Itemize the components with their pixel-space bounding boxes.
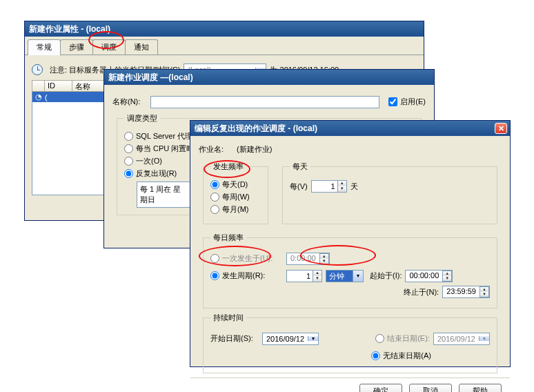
period-input[interactable] <box>286 270 313 282</box>
titlebar-3: 编辑反复出现的作业调度 - (local) ✕ <box>190 121 510 136</box>
opt-monthly[interactable]: 每月(M) <box>210 204 261 215</box>
window-edit-recur: 编辑反复出现的作业调度 - (local) ✕ 作业名: (新建作业) 发生频率… <box>190 120 511 367</box>
period-unit: 分钟 <box>326 271 353 282</box>
enable-checkbox[interactable] <box>388 97 397 106</box>
name-input[interactable] <box>150 96 379 108</box>
duration-group: 持续时间 开始日期(S): 2016/09/12 ▼ 结束日期(E): 2016… <box>203 313 497 373</box>
chevron-up-icon[interactable]: ▲ <box>338 181 346 186</box>
period-unit-combo[interactable]: 分钟 ▼ <box>326 270 364 282</box>
enable-label: 启用(E) <box>400 97 426 107</box>
opt-weekly[interactable]: 每周(W) <box>210 192 261 202</box>
name-label: 名称(N): <box>112 97 147 107</box>
enable-check[interactable]: 启用(E) <box>388 97 426 107</box>
opt-end-date[interactable]: 结束日期(E): <box>375 333 430 344</box>
freq-group: 发生频率 每天(D) 每周(W) 每月(M) <box>203 161 268 224</box>
start-label: 起始于(I): <box>370 271 402 281</box>
end-label: 终止于(N): <box>404 287 439 297</box>
dayfreq-group: 每日频率 一次发生于(U): 0:00:00 ▲▼ 发生周期(R): ▲▼ <box>203 233 497 308</box>
daily-group: 每天 每(V) ▲▼ 天 <box>282 161 497 224</box>
close-icon[interactable]: ✕ <box>495 123 507 134</box>
every-label: 每(V) <box>290 182 308 192</box>
every-input[interactable] <box>311 180 337 193</box>
title-2: 新建作业调度 —(local) <box>108 72 193 84</box>
job-label: 作业名: <box>199 144 233 155</box>
dialog-buttons: 确定 取消 帮助 <box>190 378 510 392</box>
schedule-type-legend: 调度类型 <box>124 113 160 124</box>
tab-schedule[interactable]: 调度 <box>92 39 126 55</box>
freq-legend: 发生频率 <box>210 161 246 172</box>
dur-legend: 持续时间 <box>210 313 246 323</box>
tabstrip: 常规 步骤 调度 通知 <box>25 37 424 55</box>
every-spinner[interactable]: ▲▼ <box>311 180 347 193</box>
help-button[interactable]: 帮助 <box>459 384 502 392</box>
chevron-down-icon: ▼ <box>479 336 489 341</box>
win3-body: 作业名: (新建作业) 发生频率 每天(D) 每周(W) 每月(M) 每天 每(… <box>190 136 510 373</box>
opt-period[interactable]: 发生周期(R): <box>210 271 283 281</box>
start-date[interactable]: 2016/09/12 ▼ <box>262 333 319 345</box>
tab-steps[interactable]: 步骤 <box>60 39 93 55</box>
ok-button[interactable]: 确定 <box>359 384 402 392</box>
row-name: ( <box>45 93 48 101</box>
cancel-button[interactable]: 取消 <box>409 384 452 392</box>
clock-icon <box>32 64 43 75</box>
recur-desc: 每 1 周在 星期日 <box>137 182 192 208</box>
opt-daily[interactable]: 每天(D) <box>210 179 261 190</box>
chevron-down-icon[interactable]: ▼ <box>353 271 363 282</box>
start-time[interactable]: 00:00:00 ▲▼ <box>405 270 453 282</box>
opt-once-at[interactable]: 一次发生于(U): <box>210 253 283 264</box>
every-unit: 天 <box>350 182 358 192</box>
chevron-down-icon[interactable]: ▼ <box>308 336 318 341</box>
chevron-down-icon[interactable]: ▼ <box>338 186 346 192</box>
opt-no-end[interactable]: 无结束日期(A) <box>371 351 431 361</box>
dayfreq-legend: 每日频率 <box>210 233 246 243</box>
tab-general[interactable]: 常规 <box>28 39 61 55</box>
end-time[interactable]: 23:59:59 ▲▼ <box>442 286 490 298</box>
job-name: (新建作业) <box>237 144 272 155</box>
title-3: 编辑反复出现的作业调度 - (local) <box>195 123 317 135</box>
daily-legend: 每天 <box>290 161 310 172</box>
start-date-label: 开始日期(S): <box>210 333 259 344</box>
titlebar-1: 新建作业属性 - (local) <box>25 21 424 37</box>
row-clock-icon: ◔ <box>35 92 42 101</box>
tab-notify[interactable]: 通知 <box>125 39 158 55</box>
once-time[interactable]: 0:00:00 ▲▼ <box>286 253 330 265</box>
period-spinner[interactable]: ▲▼ <box>286 270 322 282</box>
col-id[interactable]: ID <box>45 81 72 91</box>
end-date: 2016/09/12 ▼ <box>433 333 490 345</box>
title-1: 新建作业属性 - (local) <box>29 23 110 35</box>
titlebar-2: 新建作业调度 —(local) <box>104 70 434 85</box>
